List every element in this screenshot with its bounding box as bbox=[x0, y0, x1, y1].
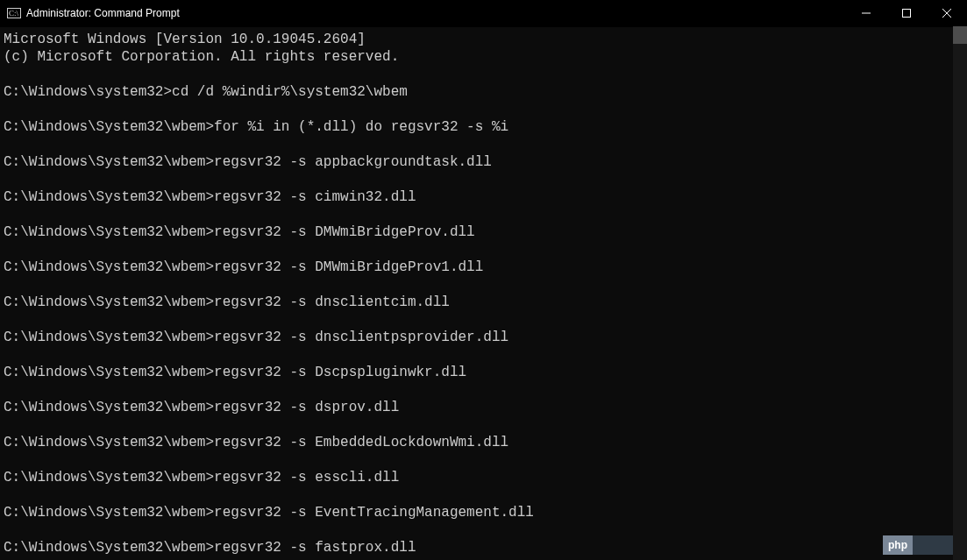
output-line: C:\Windows\System32\wbem>regsvr32 -s ess… bbox=[4, 469, 962, 486]
blank-line bbox=[4, 241, 962, 259]
output-line: C:\Windows\System32\wbem>regsvr32 -s app… bbox=[4, 153, 962, 171]
window-title: Administrator: Command Prompt bbox=[26, 7, 180, 19]
output-line: C:\Windows\System32\wbem>regsvr32 -s dns… bbox=[4, 329, 962, 346]
watermark-right bbox=[913, 535, 953, 555]
titlebar[interactable]: C:\ Administrator: Command Prompt bbox=[0, 0, 967, 27]
blank-line bbox=[4, 66, 962, 83]
output-line: C:\Windows\System32\wbem>for %i in (*.dl… bbox=[4, 118, 962, 136]
blank-line bbox=[4, 381, 962, 399]
output-line: C:\Windows\system32>cd /d %windir%\syste… bbox=[4, 83, 962, 101]
close-button[interactable] bbox=[927, 0, 967, 26]
blank-line bbox=[4, 486, 962, 504]
output-line: C:\Windows\System32\wbem>regsvr32 -s DMW… bbox=[4, 223, 962, 241]
blank-line bbox=[4, 346, 962, 364]
blank-line bbox=[4, 206, 962, 223]
svg-rect-3 bbox=[903, 10, 911, 18]
output-line: C:\Windows\System32\wbem>regsvr32 -s Eve… bbox=[4, 504, 962, 521]
window-controls bbox=[846, 0, 967, 26]
output-line: (c) Microsoft Corporation. All rights re… bbox=[4, 48, 962, 66]
output-line: C:\Windows\System32\wbem>regsvr32 -s DMW… bbox=[4, 259, 962, 276]
cmd-icon: C:\ bbox=[7, 6, 21, 20]
output-line: C:\Windows\System32\wbem>regsvr32 -s dsp… bbox=[4, 399, 962, 416]
scrollbar-track[interactable] bbox=[953, 26, 967, 560]
output-line: C:\Windows\System32\wbem>regsvr32 -s cim… bbox=[4, 188, 962, 206]
blank-line bbox=[4, 311, 962, 329]
maximize-button[interactable] bbox=[886, 0, 927, 26]
output-line: Microsoft Windows [Version 10.0.19045.26… bbox=[4, 31, 962, 48]
blank-line bbox=[4, 171, 962, 188]
blank-line bbox=[4, 416, 962, 434]
output-line: C:\Windows\System32\wbem>regsvr32 -s Emb… bbox=[4, 434, 962, 451]
terminal-output[interactable]: Microsoft Windows [Version 10.0.19045.26… bbox=[0, 27, 967, 560]
output-line: C:\Windows\System32\wbem>regsvr32 -s fas… bbox=[4, 539, 962, 556]
minimize-button[interactable] bbox=[846, 0, 886, 26]
watermark: php bbox=[883, 535, 953, 555]
blank-line bbox=[4, 276, 962, 294]
scrollbar-thumb[interactable] bbox=[953, 26, 967, 44]
command-prompt-window: C:\ Administrator: Command Prompt Micros… bbox=[0, 0, 967, 560]
blank-line bbox=[4, 521, 962, 539]
svg-text:C:\: C:\ bbox=[9, 9, 19, 18]
watermark-left: php bbox=[883, 535, 913, 555]
blank-line bbox=[4, 136, 962, 153]
blank-line bbox=[4, 101, 962, 118]
output-line: C:\Windows\System32\wbem>regsvr32 -s dns… bbox=[4, 294, 962, 311]
output-line: C:\Windows\System32\wbem>regsvr32 -s Dsc… bbox=[4, 364, 962, 381]
blank-line bbox=[4, 451, 962, 469]
